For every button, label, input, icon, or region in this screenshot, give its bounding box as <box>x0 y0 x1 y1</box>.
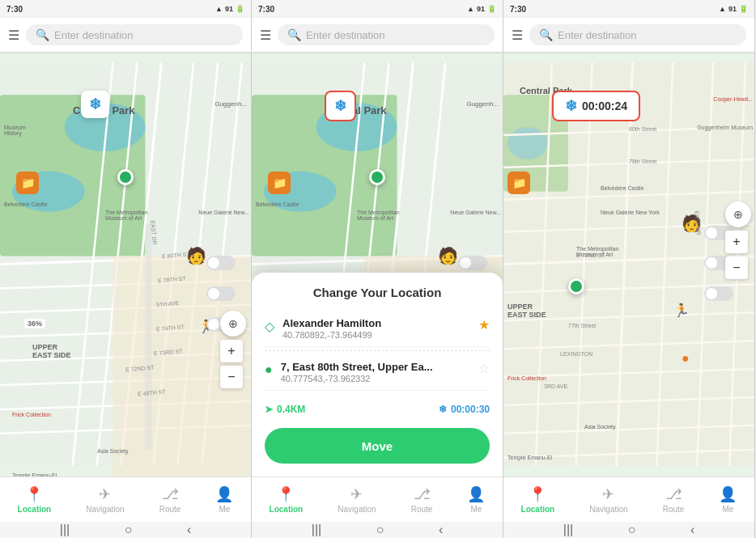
route-nav-label-1: Route <box>159 505 181 514</box>
zoom-minus-1[interactable]: − <box>220 366 243 388</box>
navigation-nav-icon-3: ✈ <box>602 485 614 503</box>
nav-navigation-3[interactable]: ✈ Navigation <box>583 482 634 517</box>
nav-location-2[interactable]: 📍 Location <box>263 482 310 517</box>
route-nav-icon-2: ⎇ <box>414 485 431 503</box>
timer-display-3[interactable]: ❄ 00:00:24 <box>552 91 640 121</box>
svg-rect-19 <box>145 224 151 450</box>
signal-1: 91 <box>225 5 233 13</box>
svg-point-22 <box>264 172 337 212</box>
svg-rect-33 <box>365 256 502 477</box>
nav-me-2[interactable]: 👤 Me <box>461 482 491 517</box>
route-nav-label-2: Route <box>411 505 433 514</box>
back-gesture-2: ||| <box>312 523 321 537</box>
bottom-nav-1: 📍 Location ✈ Navigation ⎇ Route 👤 Me <box>0 477 251 522</box>
hamburger-icon-1[interactable]: ☰ <box>8 28 19 43</box>
recent-gesture-3: ‹ <box>690 523 694 537</box>
phone-panel-3: 7:30 ▲ 91 🔋 ☰ 🔍 Enter destination <box>503 0 755 538</box>
search-wrapper-3[interactable]: 🔍 Enter destination <box>529 24 746 45</box>
status-right-2: ▲ 91 🔋 <box>467 5 496 13</box>
me-nav-icon-3: 👤 <box>719 485 737 503</box>
battery-2: 🔋 <box>487 5 496 13</box>
location-nav-label-2: Location <box>270 505 304 514</box>
right-tools-1: ⊕ + − <box>220 84 246 388</box>
status-bar-2: 7:30 ▲ 91 🔋 <box>252 0 503 18</box>
snowflake-timer-icon-3: ❄ <box>565 97 577 115</box>
route-nav-label-3: Route <box>663 505 685 514</box>
timer-value-3: 00:00:24 <box>582 100 627 112</box>
back-gesture-1: ||| <box>60 523 70 537</box>
recent-gesture-2: ‹ <box>439 523 443 537</box>
nav-navigation-1[interactable]: ✈ Navigation <box>79 482 130 517</box>
phone-panel-1: 7:30 ▲ 91 🔋 ☰ 🔍 Enter destination <box>0 0 252 538</box>
signal-3: 91 <box>728 5 737 13</box>
nav-me-3[interactable]: 👤 Me <box>712 482 743 517</box>
navigation-nav-icon-1: ✈ <box>99 485 111 503</box>
bottom-nav-3: 📍 Location ✈ Navigation ⎇ Route 👤 Me <box>503 477 754 522</box>
nav-route-2[interactable]: ⎇ Route <box>405 482 440 517</box>
map-area-3: Central Park ❄ 00:00:24 📁 🧑 🏃 ● <box>503 52 754 477</box>
search-icon-1: 🔍 <box>36 28 49 41</box>
status-left-3: 7:30 <box>510 5 526 14</box>
nav-location-1[interactable]: 📍 Location <box>11 482 58 517</box>
route-nav-icon-3: ⎇ <box>665 485 682 503</box>
search-icon-2: 🔍 <box>287 28 301 41</box>
freeze-btn-2[interactable]: ❄ <box>325 91 356 121</box>
home-gesture-3: ○ <box>628 523 636 537</box>
home-indicator-3: ||| ○ ‹ <box>503 522 754 538</box>
home-gesture-2: ○ <box>376 523 384 537</box>
status-time-1: 7:30 <box>6 5 23 14</box>
navigation-nav-icon-2: ✈ <box>350 485 363 503</box>
back-gesture-3: ||| <box>563 523 573 537</box>
map-area-1: Central Park ❄ 📁 🧑 🏃 36% <box>0 52 251 477</box>
snowflake-icon-1: ❄ <box>89 95 101 113</box>
home-indicator-1: ||| ○ ‹ <box>0 522 251 538</box>
status-bar-1: 7:30 ▲ 91 🔋 <box>0 0 251 18</box>
phone-panel-2: 7:30 ▲ 91 🔋 ☰ 🔍 Enter destination <box>252 0 503 538</box>
zoom-plus-1[interactable]: + <box>220 340 243 362</box>
hamburger-icon-2[interactable]: ☰ <box>260 28 271 43</box>
search-bar-1: ☰ 🔍 Enter destination <box>0 18 251 52</box>
svg-point-2 <box>12 172 85 212</box>
map-area-2: Central Park ❄ 📁 🧑 🏃 36% UPP <box>252 52 503 477</box>
snowflake-icon-2: ❄ <box>334 97 346 115</box>
me-nav-label-1: Me <box>219 505 231 514</box>
location-nav-label-3: Location <box>521 505 555 514</box>
battery-3: 🔋 <box>739 5 748 13</box>
wifi-icon-2: ▲ <box>467 5 474 13</box>
search-placeholder-1: Enter destination <box>54 29 134 41</box>
nav-route-3[interactable]: ⎇ Route <box>656 482 691 517</box>
status-time-2: 7:30 <box>258 5 274 14</box>
status-right-1: ▲ 91 🔋 <box>215 5 244 13</box>
me-nav-icon-1: 👤 <box>215 485 233 503</box>
search-icon-3: 🔍 <box>539 28 553 41</box>
status-left-2: 7:30 <box>258 5 274 14</box>
me-nav-icon-2: 👤 <box>467 485 485 503</box>
route-nav-icon-1: ⎇ <box>162 485 179 503</box>
recent-gesture-1: ‹ <box>187 523 191 537</box>
location-nav-label-1: Location <box>18 505 52 514</box>
freeze-btn-1[interactable]: ❄ <box>81 91 109 118</box>
hamburger-icon-3[interactable]: ☰ <box>512 28 523 43</box>
search-bar-3: ☰ 🔍 Enter destination <box>503 18 754 52</box>
status-bar-3: 7:30 ▲ 91 🔋 <box>503 0 754 18</box>
me-nav-label-3: Me <box>723 505 734 514</box>
bottom-nav-2: 📍 Location ✈ Navigation ⎇ Route 👤 Me <box>252 477 503 522</box>
location-nav-icon-2: 📍 <box>277 485 295 503</box>
search-wrapper-1[interactable]: 🔍 Enter destination <box>26 24 243 45</box>
navigation-nav-label-2: Navigation <box>338 505 376 514</box>
locate-btn-1[interactable]: ⊕ <box>220 311 246 337</box>
search-wrapper-2[interactable]: 🔍 Enter destination <box>278 24 495 45</box>
search-bar-2: ☰ 🔍 Enter destination <box>252 18 503 52</box>
navigation-nav-label-3: Navigation <box>589 505 627 514</box>
search-placeholder-2: Enter destination <box>306 29 385 41</box>
wifi-icon-3: ▲ <box>719 5 726 13</box>
battery-1: 🔋 <box>236 5 244 13</box>
wifi-icon-1: ▲ <box>215 5 223 13</box>
status-time-3: 7:30 <box>510 5 526 14</box>
status-right-3: ▲ 91 🔋 <box>719 5 748 13</box>
nav-location-3[interactable]: 📍 Location <box>515 482 562 517</box>
status-left-1: 7:30 <box>6 5 23 14</box>
nav-navigation-2[interactable]: ✈ Navigation <box>331 482 382 517</box>
nav-route-1[interactable]: ⎇ Route <box>153 482 188 517</box>
nav-me-1[interactable]: 👤 Me <box>209 482 240 517</box>
